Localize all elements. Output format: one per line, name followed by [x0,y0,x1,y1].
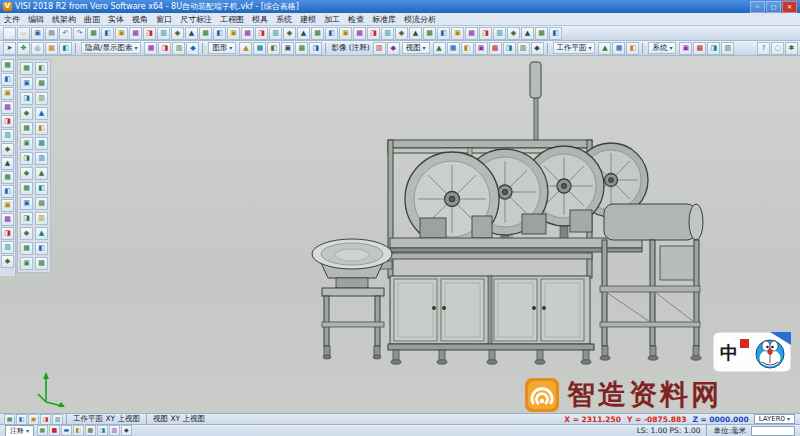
snap-grid-icon[interactable]: ▦ [4,414,15,425]
menu-item-加工[interactable]: 加工 [320,14,344,25]
toolbar-icon[interactable]: ▣ [115,27,128,40]
palette-icon[interactable]: ◧ [35,242,48,255]
toolbar-icon[interactable]: ◧ [213,27,226,40]
toolbar-icon[interactable]: ▩ [129,27,142,40]
toolbar-icon[interactable]: ▲ [409,27,422,40]
toolbar-icon[interactable]: ▦ [253,42,266,55]
minimize-button[interactable]: ─ [750,1,765,13]
solid-icon[interactable]: ▣ [1,87,14,100]
help-icon[interactable]: ? [757,42,770,55]
toolbar-icon[interactable]: ▥ [373,42,386,55]
select-icon[interactable]: ➤ [3,42,16,55]
toolbar-icon[interactable]: ▩ [241,27,254,40]
palette-icon[interactable]: ▦ [20,122,33,135]
pan-icon[interactable]: ✥ [17,42,30,55]
toolbar-icon[interactable]: ▣ [1,199,14,212]
toolbar-icon[interactable]: ◆ [387,42,400,55]
snap-center-icon[interactable]: ◨ [40,414,51,425]
toolbar-icon[interactable]: ◧ [549,27,562,40]
palette-icon[interactable]: ◧ [35,182,48,195]
zoom-icon[interactable]: ◎ [31,42,44,55]
toolbar-icon[interactable]: ▦ [199,27,212,40]
linetype-icon[interactable]: ▬ [61,425,72,436]
toolbar-icon[interactable]: ◨ [143,27,156,40]
toolbar-icon[interactable]: ▩ [489,42,502,55]
color-icon[interactable]: ■ [49,425,60,436]
menu-item-标准库[interactable]: 标准库 [368,14,400,25]
grid-icon[interactable]: ▩ [85,425,96,436]
menu-item-窗口[interactable]: 窗口 [152,14,176,25]
menu-item-曲面[interactable]: 曲面 [80,14,104,25]
toolbar-icon[interactable]: ▲ [598,42,611,55]
toolbar-icon[interactable]: ▦ [311,27,324,40]
tab-graphics[interactable]: 图形 [208,42,236,54]
snap-int-icon[interactable]: ▥ [52,414,63,425]
toolbar-icon[interactable]: ▣ [679,42,692,55]
toolbar-icon[interactable]: ◧ [325,27,338,40]
toolbar-icon[interactable]: ▥ [269,27,282,40]
palette-icon[interactable]: ▣ [20,197,33,210]
toolbar-icon[interactable]: ◨ [367,27,380,40]
toolbar-icon[interactable]: ▥ [493,27,506,40]
osnap-icon[interactable]: ◨ [97,425,108,436]
toolbar-icon[interactable]: ▲ [433,42,446,55]
toolbar-icon[interactable]: ◆ [507,27,520,40]
menu-item-建模[interactable]: 建模 [296,14,320,25]
maximize-button[interactable]: □ [766,1,781,13]
search-icon[interactable]: ◌ [771,42,784,55]
menu-item-视角[interactable]: 视角 [128,14,152,25]
toolbar-icon[interactable]: ▥ [381,27,394,40]
menu-item-编辑[interactable]: 编辑 [24,14,48,25]
palette-icon[interactable]: ▲ [35,167,48,180]
toolbar-icon[interactable]: ▦ [423,27,436,40]
viewport-3d[interactable]: ▦◧▣▩◨▥◆▲▦◧▣▩◨▥◆ ▦◧▣▩◨▥◆▲▦◧▣▩◨▥◆▲▦◧▣▩◨▥◆▲… [0,56,800,413]
redo-icon[interactable]: ↷ [73,27,86,40]
toolbar-icon[interactable]: ▦ [87,27,100,40]
toolbar-icon[interactable]: ◆ [531,42,544,55]
toolbar-icon[interactable]: ◆ [1,255,14,268]
menu-item-系统[interactable]: 系统 [272,14,296,25]
palette-icon[interactable]: ▥ [35,152,48,165]
undo-icon[interactable]: ↶ [59,27,72,40]
toolbar-icon[interactable]: ▥ [517,42,530,55]
toolbar-icon[interactable]: ◧ [437,27,450,40]
toolbar-icon[interactable]: ◨ [309,42,322,55]
palette-icon[interactable]: ◆ [20,227,33,240]
palette-icon[interactable]: ▩ [35,257,48,270]
annotation-dropdown[interactable]: 注释 [5,425,34,436]
save-icon[interactable]: ▣ [31,27,44,40]
menu-item-模具[interactable]: 模具 [248,14,272,25]
circle-icon[interactable]: ▲ [1,157,14,170]
close-button[interactable]: ✕ [782,1,797,13]
toolbar-icon[interactable]: ◆ [283,27,296,40]
snap-mid-icon[interactable]: ▣ [28,414,39,425]
toolbar-icon[interactable]: ◧ [267,42,280,55]
hide-show-dropdown[interactable]: 隐藏/显示图素 [81,42,141,54]
tab-workplane[interactable]: 工作平面 [553,42,596,54]
print-icon[interactable]: ▤ [45,27,58,40]
toolbar-icon[interactable]: ▦ [1,171,14,184]
toolbar-icon[interactable]: ▩ [353,27,366,40]
toolbar-icon[interactable]: ▦ [447,42,460,55]
toolbar-icon[interactable]: ▣ [475,42,488,55]
palette-icon[interactable]: ▦ [20,182,33,195]
toolbar-icon[interactable]: ▣ [227,27,240,40]
palette-icon[interactable]: ◨ [20,152,33,165]
toolbar-icon[interactable]: ▲ [185,27,198,40]
curve-icon[interactable]: ◨ [1,115,14,128]
toolbar-icon[interactable]: ▦ [144,42,157,55]
ortho-icon[interactable]: ◧ [73,425,84,436]
palette-icon[interactable]: ◧ [35,122,48,135]
palette-icon[interactable]: ◨ [20,212,33,225]
menu-item-文件[interactable]: 文件 [0,14,24,25]
palette-icon[interactable]: ▥ [35,92,48,105]
palette-icon[interactable]: ▩ [35,77,48,90]
toolbar-icon[interactable]: ◧ [461,42,474,55]
shade-icon[interactable]: ◧ [59,42,72,55]
toolbar-icon[interactable]: ◆ [186,42,199,55]
snap-end-icon[interactable]: ◧ [16,414,27,425]
toolbar-icon[interactable]: ◨ [503,42,516,55]
toolbar-icon[interactable]: ▥ [157,27,170,40]
toolbar-icon[interactable]: ▦ [535,27,548,40]
toolbar-icon[interactable]: ▩ [295,42,308,55]
